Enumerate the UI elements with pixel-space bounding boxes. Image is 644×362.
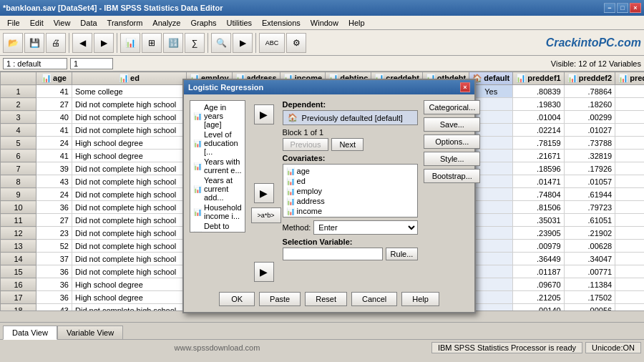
cell-age[interactable]: 36 xyxy=(36,291,72,304)
cell-preddef1[interactable]: .02214 xyxy=(513,124,564,137)
cell-predc[interactable] xyxy=(615,124,644,137)
cell-predc[interactable] xyxy=(615,240,644,253)
cell-preddef2[interactable]: .00299 xyxy=(564,111,615,124)
next-button[interactable]: Next xyxy=(331,138,364,151)
menu-view[interactable]: View xyxy=(49,17,75,29)
toolbar-play[interactable]: ▶ xyxy=(233,33,253,53)
covar-item-employ[interactable]: 📊employ xyxy=(285,186,416,196)
cell-age[interactable]: 36 xyxy=(36,278,72,291)
cell-preddef1[interactable]: .01004 xyxy=(513,111,564,124)
cell-predc[interactable] xyxy=(615,291,644,304)
cell-preddef1[interactable]: .09670 xyxy=(513,278,564,291)
options-button[interactable]: Options... xyxy=(424,134,480,149)
menu-window[interactable]: Window xyxy=(306,17,343,29)
cell-ed[interactable]: Did not complete high school xyxy=(72,201,187,214)
cell-ed[interactable]: Did not complete high school xyxy=(72,214,187,227)
toolbar-extra2[interactable]: ⚙ xyxy=(286,33,306,53)
cell-ed[interactable]: Did not complete high school xyxy=(72,188,187,201)
close-button[interactable]: × xyxy=(630,3,641,13)
cell-preddef1[interactable]: .23905 xyxy=(513,227,564,240)
cell-age[interactable]: 37 xyxy=(36,253,72,265)
interaction-button[interactable]: >a*b> xyxy=(251,207,281,223)
toolbar-open[interactable]: 📂 xyxy=(3,33,23,53)
cell-ed[interactable]: Did not complete high school xyxy=(72,162,187,175)
source-item-income[interactable]: 📊 Household income i... xyxy=(192,202,243,221)
cell-age[interactable]: 27 xyxy=(36,214,72,227)
tab-data-view[interactable]: Data View xyxy=(3,326,57,340)
cell-preddef2[interactable]: .32819 xyxy=(564,150,615,162)
toolbar-save[interactable]: 💾 xyxy=(24,33,44,53)
cell-preddef2[interactable]: .00628 xyxy=(564,240,615,253)
cell-predc[interactable] xyxy=(615,278,644,291)
toolbar-calc[interactable]: 🔢 xyxy=(163,33,183,53)
tab-variable-view[interactable]: Variable View xyxy=(57,326,123,339)
cell-ed[interactable]: Some college xyxy=(72,85,187,98)
cell-preddef1[interactable]: .01187 xyxy=(513,265,564,278)
cell-age[interactable]: 52 xyxy=(36,240,72,253)
cell-age[interactable]: 41 xyxy=(36,124,72,137)
cell-preddef2[interactable]: .11384 xyxy=(564,278,615,291)
cell-preddef2[interactable]: .61944 xyxy=(564,188,615,201)
cell-preddef1[interactable]: .19830 xyxy=(513,98,564,111)
cell-age[interactable]: 23 xyxy=(36,227,72,240)
covar-item-address[interactable]: 📊address xyxy=(285,196,416,206)
save-button[interactable]: Save... xyxy=(424,117,480,132)
method-select[interactable]: Enter Forward: LR Backward: LR xyxy=(313,220,418,235)
minimize-button[interactable]: − xyxy=(604,3,615,13)
previous-button[interactable]: Previous xyxy=(283,138,329,151)
cell-age[interactable]: 40 xyxy=(36,111,72,124)
selection-var-input[interactable] xyxy=(283,248,383,260)
cell-preddef1[interactable]: .00140 xyxy=(513,304,564,311)
menu-transform[interactable]: Transform xyxy=(103,17,147,29)
cell-predc[interactable] xyxy=(615,265,644,278)
cell-age[interactable]: 36 xyxy=(36,201,72,214)
style-button[interactable]: Style... xyxy=(424,152,480,166)
cell-predc[interactable] xyxy=(615,227,644,240)
source-variable-list[interactable]: 📊 Age in years [age] 📊 Level of educatio… xyxy=(190,100,245,233)
cell-age[interactable]: 36 xyxy=(36,265,72,278)
cell-predc[interactable] xyxy=(615,201,644,214)
cell-predc[interactable] xyxy=(615,253,644,265)
cell-preddef1[interactable]: .21205 xyxy=(513,291,564,304)
cell-ed[interactable]: Did not complete high school xyxy=(72,227,187,240)
cell-preddef2[interactable]: .01027 xyxy=(564,124,615,137)
cell-preddef1[interactable]: .00979 xyxy=(513,240,564,253)
cell-ed[interactable]: Did not complete high school xyxy=(72,124,187,137)
toolbar-print[interactable]: 🖨 xyxy=(46,33,66,53)
categorical-button[interactable]: Categorical... xyxy=(424,100,480,114)
cell-preddef2[interactable]: .73788 xyxy=(564,137,615,150)
var-name-input[interactable] xyxy=(3,58,67,69)
cell-ed[interactable]: High school degree xyxy=(72,150,187,162)
cell-preddef1[interactable]: .18596 xyxy=(513,162,564,175)
cell-preddef2[interactable]: .17502 xyxy=(564,291,615,304)
paste-button[interactable]: Paste xyxy=(259,292,301,306)
covar-item-age[interactable]: 📊age xyxy=(285,166,416,176)
col-header-ed[interactable]: 📊ed xyxy=(72,72,187,85)
col-header-preddef1[interactable]: 📊preddef1 xyxy=(513,72,564,85)
cell-age[interactable]: 24 xyxy=(36,188,72,201)
source-item-address[interactable]: 📊 Years at current add... xyxy=(192,175,243,202)
cell-predc[interactable] xyxy=(615,98,644,111)
cell-ed[interactable]: Did not complete high school xyxy=(72,175,187,188)
source-item-employ[interactable]: 📊 Years with current e... xyxy=(192,157,243,175)
cell-predc[interactable] xyxy=(615,162,644,175)
toolbar-search[interactable]: 🔍 xyxy=(211,33,231,53)
menu-edit[interactable]: Edit xyxy=(26,17,48,29)
cell-predc[interactable] xyxy=(615,137,644,150)
col-header-predc[interactable]: 📊predc xyxy=(615,72,644,85)
cell-predc[interactable] xyxy=(615,304,644,311)
cell-age[interactable]: 39 xyxy=(36,162,72,175)
reset-button[interactable]: Reset xyxy=(305,292,347,306)
cell-preddef2[interactable]: .17926 xyxy=(564,162,615,175)
dialog-close-button[interactable]: × xyxy=(460,82,470,92)
menu-utilities[interactable]: Utilities xyxy=(223,17,256,29)
toolbar-back[interactable]: ◀ xyxy=(72,33,92,53)
cell-preddef2[interactable]: .00771 xyxy=(564,265,615,278)
cell-ed[interactable]: Did not complete high school xyxy=(72,304,187,311)
ok-button[interactable]: OK xyxy=(219,292,255,306)
maximize-button[interactable]: □ xyxy=(617,3,628,13)
logistic-regression-dialog[interactable]: Logistic Regression × 📊 Age in years [ag… xyxy=(182,79,476,313)
toolbar-table[interactable]: ⊞ xyxy=(142,33,162,53)
cell-predc[interactable] xyxy=(615,85,644,98)
cell-preddef1[interactable]: .01471 xyxy=(513,175,564,188)
